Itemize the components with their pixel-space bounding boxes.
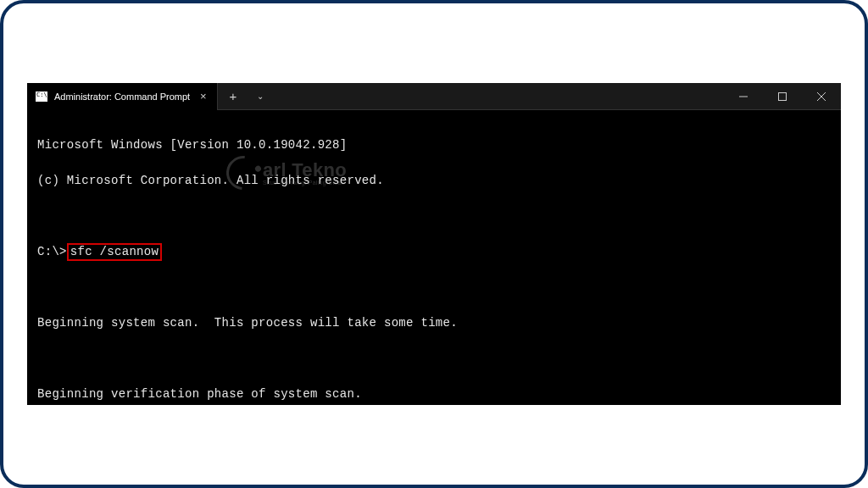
command-prompt-icon: [36, 92, 47, 102]
tab-dropdown-button[interactable]: ⌄: [248, 83, 272, 110]
close-tab-button[interactable]: ×: [197, 90, 210, 103]
tab-title: Administrator: Command Prompt: [54, 92, 190, 102]
version-line: Microsoft Windows [Version 10.0.19042.92…: [37, 136, 831, 154]
plus-icon: +: [230, 89, 237, 103]
svg-rect-1: [779, 92, 787, 100]
content-area: Administrator: Command Prompt × + ⌄: [14, 14, 854, 474]
title-bar: Administrator: Command Prompt × + ⌄: [27, 83, 841, 110]
maximize-button[interactable]: [763, 83, 802, 110]
new-tab-button[interactable]: +: [218, 83, 249, 110]
copyright-line: (c) Microsoft Corporation. All rights re…: [37, 172, 831, 190]
minimize-icon: [739, 92, 748, 101]
out-line: [37, 350, 831, 368]
window-controls: [724, 83, 841, 110]
minimize-button[interactable]: [724, 83, 763, 110]
chevron-down-icon: ⌄: [257, 92, 264, 101]
close-button[interactable]: [802, 83, 841, 110]
command-highlight: sfc /scannow: [67, 243, 162, 261]
blank-line: [37, 208, 831, 225]
terminal-window: Administrator: Command Prompt × + ⌄: [27, 83, 841, 405]
terminal-body[interactable]: Microsoft Windows [Version 10.0.19042.92…: [27, 110, 841, 405]
prompt-line: C:\>sfc /scannow: [37, 243, 831, 261]
prompt-prefix: C:\>: [37, 243, 67, 261]
outer-frame: Administrator: Command Prompt × + ⌄: [0, 0, 868, 488]
active-tab[interactable]: Administrator: Command Prompt ×: [27, 83, 218, 110]
maximize-icon: [778, 92, 787, 101]
out-line: Beginning verification phase of system s…: [37, 385, 831, 403]
close-icon: [817, 92, 826, 101]
blank-line: [37, 279, 831, 297]
out-line: Beginning system scan. This process will…: [37, 314, 831, 332]
